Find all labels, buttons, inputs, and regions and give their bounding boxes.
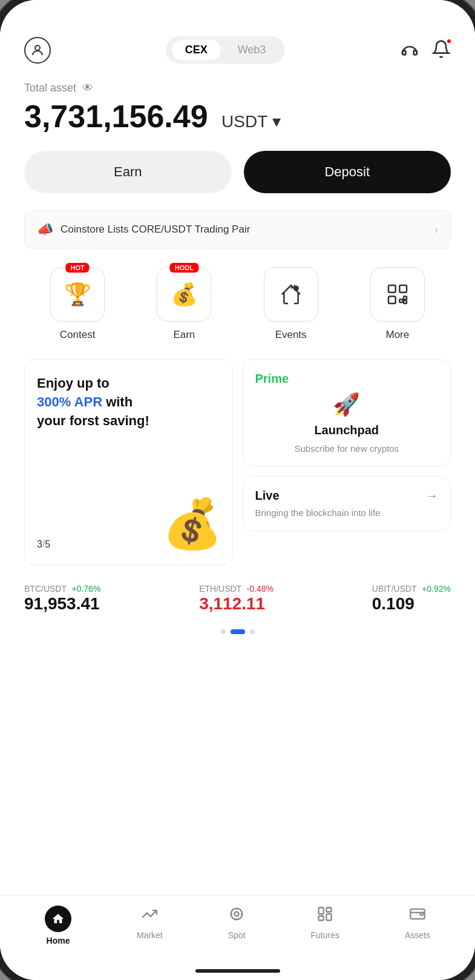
live-card[interactable]: Live → Bringing the blockchain into life [243,476,451,531]
ticker-ubit[interactable]: UBIT/USDT +0.92% 0.109 [372,583,451,614]
prime-label: Prime [255,372,289,386]
action-buttons: Earn Deposit [24,151,451,193]
ticker-btc[interactable]: BTC/USDT +0.76% 91,953.41 [24,583,100,614]
svg-rect-10 [319,908,324,915]
web3-tab[interactable]: Web3 [224,40,280,60]
more-label: More [386,329,410,341]
home-icon [45,906,71,932]
svg-rect-2 [388,285,396,293]
status-bar [0,0,475,30]
quick-actions: 🏆 HOT Contest 💰 HODL Earn [24,267,451,341]
btc-price: 91,953.41 [24,594,100,614]
svg-point-0 [35,45,40,50]
contest-icon-box: 🏆 HOT [50,267,105,322]
market-icon [141,906,158,927]
dot-1[interactable] [221,629,226,634]
market-label: Market [137,930,163,940]
live-subtitle: Bringing the blockchain into life [255,508,381,518]
visibility-icon[interactable]: 👁 [82,82,93,94]
main-content: Total asset 👁 3,731,156.49 USDT ▾ Earn D… [0,76,475,895]
ubit-price: 0.109 [372,594,451,614]
ticker-eth[interactable]: ETH/USDT -0.48% 3,112.11 [199,583,274,614]
header-icons [400,39,451,61]
quick-action-events[interactable]: Events [238,267,344,341]
assets-icon [409,906,426,927]
svg-rect-12 [327,908,332,912]
events-icon-box [264,267,318,322]
home-indicator [195,969,280,973]
top-bar: CEX Web3 [0,30,475,76]
announcement-banner[interactable]: 📣 Coinstore Lists CORE/USDT Trading Pair… [24,210,451,249]
promo-card-footer: 3/5 💰 [37,529,220,550]
live-title: Live [255,489,280,503]
assets-label: Assets [405,930,430,940]
quick-action-contest[interactable]: 🏆 HOT Contest [24,267,131,341]
dot-3[interactable] [250,629,255,634]
contest-label: Contest [60,329,96,341]
hot-badge: HOT [66,263,90,273]
nav-futures[interactable]: Futures [311,906,339,940]
nav-market[interactable]: Market [137,906,163,940]
hodl-badge: HODL [170,263,198,273]
announcement-content: 📣 Coinstore Lists CORE/USDT Trading Pair [37,222,250,237]
support-icon[interactable] [400,39,419,61]
notification-badge [446,38,452,44]
nav-spot[interactable]: Spot [228,906,246,940]
spot-label: Spot [228,930,246,940]
bottom-nav: Home Market Spot [0,895,475,962]
promo-card-text: Enjoy up to 300% APR with your forst sav… [37,374,220,430]
launchpad-card[interactable]: Prime 🚀 Launchpad Subscribe for new cryp… [243,359,451,466]
quick-action-more[interactable]: More [344,267,451,341]
deposit-button[interactable]: Deposit [244,151,451,193]
price-ticker: BTC/USDT +0.76% 91,953.41 ETH/USDT -0.48… [24,583,451,623]
cards-grid: Enjoy up to 300% APR with your forst sav… [24,359,451,565]
exchange-toggle[interactable]: CEX Web3 [166,36,286,64]
svg-point-1 [294,286,298,291]
svg-rect-11 [319,916,324,921]
svg-rect-13 [327,914,332,921]
svg-rect-7 [404,300,407,303]
cex-tab[interactable]: CEX [172,40,221,60]
home-indicator-bar [0,962,475,980]
svg-rect-4 [388,297,396,304]
profile-icon[interactable] [24,37,51,64]
live-card-header: Live → [255,489,439,503]
earn-label: Earn [173,329,195,341]
asset-currency[interactable]: USDT ▾ [221,112,281,131]
svg-rect-3 [399,285,407,293]
nav-assets[interactable]: Assets [405,906,430,940]
svg-rect-6 [404,297,407,300]
spot-icon [228,906,245,927]
quick-action-earn[interactable]: 💰 HODL Earn [131,267,237,341]
asset-amount: 3,731,156.49 USDT ▾ [24,99,451,134]
asset-label: Total asset 👁 [24,82,451,94]
more-icon-box [370,267,425,322]
asset-section: Total asset 👁 3,731,156.49 USDT ▾ [24,82,451,134]
svg-point-9 [235,912,239,916]
dot-2-active[interactable] [231,629,245,634]
events-label: Events [275,329,307,341]
pagination-dots [24,629,451,640]
launchpad-title: Launchpad [314,423,379,437]
announcement-arrow: › [434,223,438,236]
svg-point-8 [231,909,243,920]
promo-card[interactable]: Enjoy up to 300% APR with your forst sav… [24,359,233,565]
phone-frame: CEX Web3 Total [0,0,475,980]
earn-button[interactable]: Earn [24,151,232,193]
futures-icon [316,906,333,927]
notification-icon[interactable] [431,39,451,61]
eth-price: 3,112.11 [199,594,274,614]
launchpad-icon: 🚀 [333,392,360,417]
earn-icon-box: 💰 HODL [157,267,211,322]
futures-label: Futures [311,930,339,940]
wallet-illustration: 💰 [162,495,223,552]
nav-home[interactable]: Home [45,906,71,945]
launchpad-subtitle: Subscribe for new cryptos [294,443,399,454]
megaphone-icon: 📣 [37,222,53,237]
home-label: Home [47,936,70,945]
svg-rect-5 [399,300,402,303]
right-cards: Prime 🚀 Launchpad Subscribe for new cryp… [243,359,451,565]
live-arrow: → [426,489,438,503]
